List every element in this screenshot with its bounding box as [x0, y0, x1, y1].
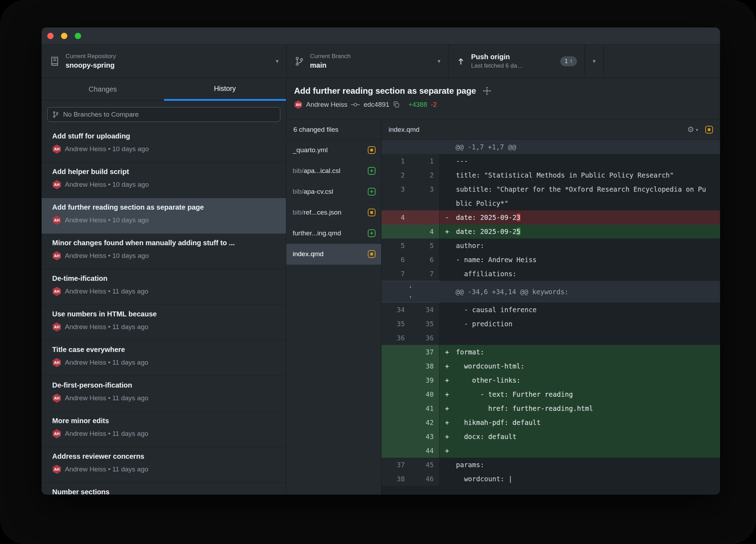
diff-line[interactable]: 36 36 [382, 331, 720, 345]
push-count: 1 [565, 58, 568, 65]
diff-line[interactable]: 4 -date: 2025-09-23 [382, 210, 720, 224]
copy-icon[interactable] [393, 101, 400, 108]
diff-line[interactable]: 39 + other-links: [382, 373, 720, 387]
commit-list-item[interactable]: Title case everywhere AH Andrew Heiss • … [42, 340, 286, 376]
diff-line[interactable]: 6 6 - name: Andrew Heiss [382, 253, 720, 267]
commit-item-meta: Andrew Heiss • 11 days ago [65, 323, 148, 331]
old-line-number [382, 387, 410, 401]
commit-item-meta: Andrew Heiss • 10 days ago [65, 252, 149, 260]
diff-header: index.qmd ⚙ ▾ [382, 120, 720, 140]
commit-item-title: More minor edits [52, 417, 280, 425]
old-line-number [382, 415, 410, 429]
diff-line[interactable]: 40 + - text: Further reading [382, 387, 720, 401]
diff-line[interactable]: 37 45 params: [382, 458, 720, 472]
file-list-item[interactable]: further...ing.qmd [286, 223, 381, 244]
commit-item-meta: Andrew Heiss • 10 days ago [65, 145, 149, 153]
diff-line[interactable]: 37 +format: [382, 345, 720, 359]
commit-list-item[interactable]: Use numbers in HTML because AH Andrew He… [42, 305, 286, 340]
close-window-button[interactable] [47, 33, 54, 39]
diff-code: wordcount: | [439, 472, 720, 486]
avatar: AH [294, 100, 303, 109]
diff-code: - causal inference [439, 303, 720, 317]
chevron-down-icon: ▾ [276, 58, 279, 64]
diff-line[interactable]: 5 5 author: [382, 239, 720, 253]
diff-line[interactable]: 35 35 - prediction [382, 317, 720, 331]
tab-changes[interactable]: Changes [42, 78, 164, 101]
tab-history[interactable]: History [164, 78, 286, 101]
push-options-dropdown-button[interactable]: ▾ [585, 44, 603, 78]
commit-list-item[interactable]: De-first-person-ification AH Andrew Heis… [42, 376, 286, 412]
push-subtitle: Last fetched 6 da… [471, 62, 523, 69]
old-line-number [382, 444, 410, 458]
expand-up-icon[interactable]: ↑ [382, 292, 439, 303]
titlebar[interactable] [42, 27, 720, 44]
zoom-window-button[interactable] [75, 33, 81, 39]
branch-icon [294, 56, 304, 66]
commit-item-title: Add helper build script [52, 168, 280, 176]
file-list-item[interactable]: index.qmd [286, 244, 381, 265]
diff-line[interactable]: 34 34 - causal inference [382, 303, 720, 317]
diff-options-button[interactable]: ⚙ ▾ [687, 125, 698, 134]
old-line-number [382, 373, 410, 387]
diff-hunk-header: @@ -1,7 +1,7 @@ [382, 140, 720, 154]
old-line-number [382, 196, 410, 210]
repository-switcher-button[interactable]: Current Repository snoopy-spring ▾ [42, 44, 286, 78]
file-list-item[interactable]: _quarto.yml [286, 140, 381, 161]
diff-line[interactable]: 2 2 title: "Statistical Methods in Publi… [382, 168, 720, 182]
diff-line[interactable]: blic Policy*" [382, 196, 720, 210]
old-line-number: 5 [382, 239, 410, 253]
diff-line[interactable]: 7 7 affiliations: [382, 267, 720, 281]
diff-code: -date: 2025-09-23 [439, 210, 720, 224]
old-line-number: 2 [382, 168, 410, 182]
commit-list-item[interactable]: Number sections [42, 483, 286, 495]
commit-list-item[interactable]: Address reviewer concerns AH Andrew Heis… [42, 447, 286, 483]
push-origin-button[interactable]: Push origin Last fetched 6 da… 1 ↑ [449, 44, 585, 78]
push-title: Push origin [471, 53, 523, 61]
commit-list-item[interactable]: Add further reading section as separate … [42, 198, 286, 234]
diff-line[interactable]: 42 + hikmah-pdf: default [382, 415, 720, 429]
commit-item-meta: Andrew Heiss • 11 days ago [65, 288, 148, 295]
push-arrow-icon [456, 57, 465, 66]
diff-file-name: index.qmd [389, 126, 420, 134]
file-dir: bib/ [293, 209, 304, 216]
branch-label: Current Branch [310, 53, 350, 60]
new-line-number: 45 [410, 458, 439, 472]
desktop-background: Current Repository snoopy-spring ▾ Curre… [0, 0, 756, 544]
repo-icon [49, 56, 60, 67]
diff-line[interactable]: 3 3 subtitle: "Chapter for the *Oxford R… [382, 182, 720, 196]
file-name: apa-cv.csl [304, 188, 333, 195]
expand-down-icon[interactable]: ↓ [382, 281, 439, 292]
file-name: further...ing.qmd [293, 229, 341, 237]
commit-list-item[interactable]: More minor edits AH Andrew Heiss • 11 da… [42, 412, 286, 447]
drag-commit-icon[interactable] [482, 86, 492, 95]
file-list-item[interactable]: bib/apa...ical.csl [286, 161, 381, 181]
diff-line[interactable]: 44 + [382, 444, 720, 458]
commit-list-item[interactable]: Add helper build script AH Andrew Heiss … [42, 162, 286, 198]
diff-code: +date: 2025-09-25 [439, 224, 720, 239]
diff-code: blic Policy*" [439, 196, 720, 210]
avatar: AH [52, 287, 61, 296]
commit-list-item[interactable]: Add stuff for uploading AH Andrew Heiss … [42, 127, 286, 162]
minimize-window-button[interactable] [61, 33, 67, 39]
branch-switcher-button[interactable]: Current Branch main ▾ [287, 44, 448, 78]
diff-line[interactable]: 43 + docx: default [382, 429, 720, 444]
branch-filter-input[interactable] [47, 107, 280, 122]
branch-name: main [310, 61, 350, 69]
diff-line[interactable]: 1 1 --- [382, 154, 720, 168]
branch-compare-filter [47, 107, 280, 122]
expand-hunk-buttons: ↓ ↑ [382, 281, 439, 303]
diff-line[interactable]: 41 + href: further-reading.html [382, 401, 720, 415]
diff-line[interactable]: 38 46 wordcount: | [382, 472, 720, 486]
commit-icon [351, 101, 360, 108]
commit-list: Add stuff for uploading AH Andrew Heiss … [42, 127, 286, 495]
diff-line[interactable]: 38 + wordcount-html: [382, 359, 720, 373]
file-list-item[interactable]: bib/ref...ces.json [286, 202, 381, 223]
added-file-icon [368, 167, 376, 175]
diff-line[interactable]: 4 +date: 2025-09-25 [382, 224, 720, 239]
commit-list-item[interactable]: De-time-ification AH Andrew Heiss • 11 d… [42, 269, 286, 305]
new-line-number [410, 210, 439, 224]
commit-list-item[interactable]: Minor changes found when manually adding… [42, 234, 286, 269]
commit-item-title: Use numbers in HTML because [52, 310, 280, 318]
old-line-number: 38 [382, 472, 410, 486]
file-list-item[interactable]: bib/apa-cv.csl [286, 181, 381, 202]
